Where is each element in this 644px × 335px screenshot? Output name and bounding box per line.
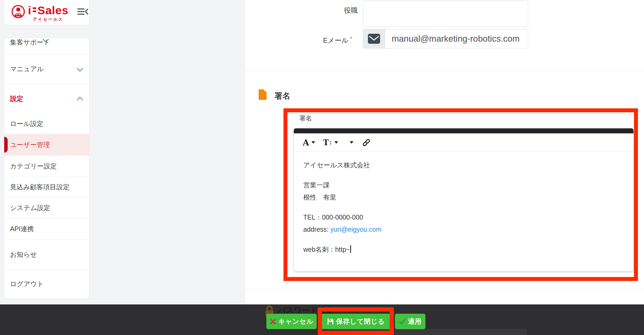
document-icon <box>259 89 267 100</box>
sidebar-item-logout[interactable]: ログアウト <box>4 269 89 299</box>
link-icon <box>362 138 371 147</box>
cancel-button-label: キャンセル <box>278 317 314 326</box>
chevron-up-icon <box>77 96 83 103</box>
sidebar-item-label: 設定 <box>10 94 23 103</box>
sidebar-collapse-button[interactable] <box>77 7 89 16</box>
sidebar-item-label: マニュアル <box>10 65 44 73</box>
signature-person: 根性 有里 <box>303 191 624 203</box>
email-input-group: manual@marketing-robotics.com <box>363 29 528 48</box>
sidebar-item-label: カテゴリー設定 <box>10 162 57 171</box>
sidebar-logo-card: iSales アイセールス <box>4 0 89 25</box>
sidebar-item-label: ロール設定 <box>10 119 43 128</box>
check-icon <box>399 318 406 325</box>
blank-line <box>303 235 624 243</box>
person-logo-icon <box>11 4 25 19</box>
sidebar-item-settings[interactable]: 設定 <box>4 84 89 113</box>
sidebar-item-label: ユーザー管理 <box>10 140 50 149</box>
link-button[interactable] <box>362 138 371 147</box>
brand-suffix: Sales <box>37 4 68 17</box>
signature-tel: TEL：000-0000-000 <box>303 211 624 223</box>
sidebar-item-news[interactable]: お知らせ <box>4 239 89 269</box>
position-label: 役職 <box>304 4 358 17</box>
apply-button[interactable]: 適用 <box>395 314 425 329</box>
user-settings-page: 役職 Eメール* manual@marketing-robotics.com 署… <box>0 0 644 335</box>
font-size-dropdown[interactable]: T ↕ <box>323 138 338 147</box>
sidebar-item-system-settings[interactable]: システム設定 <box>4 197 89 218</box>
sidebar-item-lead-field-settings[interactable]: 見込み顧客項目設定 <box>4 177 89 197</box>
sidebar-item-label: システム設定 <box>10 203 50 212</box>
signature-department: 営業一課 <box>303 179 624 191</box>
signature-section-title: 署名 <box>274 91 290 101</box>
active-indicator <box>4 137 8 153</box>
sidebar-item-manual[interactable]: マニュアル <box>4 54 89 84</box>
webcard-text: web名刺：http~ <box>303 246 350 253</box>
apply-button-label: 適用 <box>408 317 422 326</box>
brand-text: iSales アイセールス <box>28 4 68 22</box>
sidebar-item-syukyaku-support[interactable]: 集客サポート <box>4 38 89 54</box>
text-cursor <box>350 245 351 253</box>
cancel-button[interactable]: キャンセル <box>266 314 317 329</box>
email-link[interactable]: yuri@eigyou.com <box>330 226 382 233</box>
signature-field-label: 署名 <box>299 114 312 123</box>
chevron-down-icon <box>350 141 353 144</box>
brand-dash <box>33 11 36 12</box>
sidebar-item-category-settings[interactable]: カテゴリー設定 <box>4 156 89 177</box>
blank-line <box>303 203 624 211</box>
insert-dropdown[interactable] <box>350 141 353 144</box>
signature-highlight-box: 署名 A T ↕ <box>283 108 638 281</box>
sidebar-item-api-integration[interactable]: API連携 <box>4 218 89 239</box>
sidebar-item-user-management[interactable]: ユーザー管理 <box>4 134 89 156</box>
signature-editor: A T ↕ <box>294 128 633 271</box>
brand-subtitle: アイセールス <box>28 17 68 22</box>
signature-address: address: yuri@eigyou.com <box>303 223 624 235</box>
save-highlight-box <box>318 307 394 335</box>
chevron-down-icon <box>77 65 83 72</box>
font-size-icon: T <box>323 138 329 147</box>
sidebar-item-role-settings[interactable]: ロール設定 <box>4 113 89 134</box>
editor-top-bar <box>294 128 633 133</box>
sidebar-item-label: お知らせ <box>10 250 37 259</box>
signature-content[interactable]: アイセールス株式会社 営業一課 根性 有里 TEL：000-0000-000 a… <box>294 152 633 255</box>
brand-name: iSales <box>28 4 68 16</box>
font-color-dropdown[interactable]: A <box>303 138 315 147</box>
x-icon <box>270 318 276 325</box>
blank-line <box>303 171 624 179</box>
editor-toolbar: A T ↕ <box>294 133 633 152</box>
sidebar-item-label: 見込み顧客項目設定 <box>10 183 70 191</box>
brand-logo[interactable]: iSales アイセールス <box>11 4 68 22</box>
collapse-menu-icon <box>77 7 89 16</box>
section-divider <box>245 71 644 71</box>
envelope-icon <box>363 29 385 48</box>
font-color-icon: A <box>303 138 309 147</box>
brand-prefix: i <box>28 4 31 17</box>
section-divider <box>245 289 644 289</box>
required-asterisk: * <box>350 35 352 42</box>
email-input[interactable]: manual@marketing-robotics.com <box>385 29 528 48</box>
sidebar-item-label: API連携 <box>10 225 34 233</box>
address-prefix: address: <box>303 226 330 233</box>
signature-company: アイセールス株式会社 <box>303 159 624 171</box>
sidebar-item-label: ログアウト <box>10 280 44 288</box>
position-input[interactable] <box>363 1 528 27</box>
signature-webcard: web名刺：http~ <box>303 243 624 255</box>
updown-arrow-icon: ↕ <box>329 139 332 146</box>
sidebar-menu: 集客サポート マニュアル 設定 ロール設定 ユーザー管理 カテゴリー設定 見込み… <box>4 38 89 299</box>
email-label-text: Eメール <box>323 36 349 44</box>
email-label: Eメール* <box>298 32 352 47</box>
chevron-down-icon <box>311 141 315 144</box>
chevron-down-icon <box>334 141 338 144</box>
